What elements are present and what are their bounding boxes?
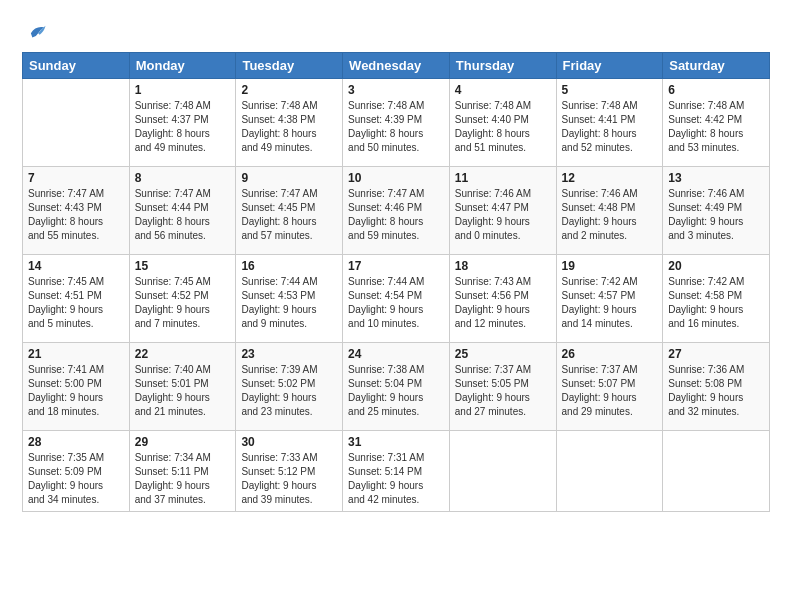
day-info: Sunrise: 7:46 AMSunset: 4:49 PMDaylight:… [668,187,764,243]
day-info: Sunrise: 7:43 AMSunset: 4:56 PMDaylight:… [455,275,551,331]
page: SundayMondayTuesdayWednesdayThursdayFrid… [0,0,792,612]
calendar-cell: 28Sunrise: 7:35 AMSunset: 5:09 PMDayligh… [23,431,130,512]
day-number: 18 [455,259,551,273]
day-number: 10 [348,171,444,185]
calendar-cell: 22Sunrise: 7:40 AMSunset: 5:01 PMDayligh… [129,343,236,431]
week-row-1: 1Sunrise: 7:48 AMSunset: 4:37 PMDaylight… [23,79,770,167]
calendar-cell: 17Sunrise: 7:44 AMSunset: 4:54 PMDayligh… [343,255,450,343]
calendar-cell: 6Sunrise: 7:48 AMSunset: 4:42 PMDaylight… [663,79,770,167]
day-info: Sunrise: 7:46 AMSunset: 4:47 PMDaylight:… [455,187,551,243]
day-number: 3 [348,83,444,97]
day-number: 8 [135,171,231,185]
weekday-header-thursday: Thursday [449,53,556,79]
calendar-cell: 30Sunrise: 7:33 AMSunset: 5:12 PMDayligh… [236,431,343,512]
calendar-cell: 25Sunrise: 7:37 AMSunset: 5:05 PMDayligh… [449,343,556,431]
day-info: Sunrise: 7:40 AMSunset: 5:01 PMDaylight:… [135,363,231,419]
calendar-cell: 10Sunrise: 7:47 AMSunset: 4:46 PMDayligh… [343,167,450,255]
calendar-cell: 18Sunrise: 7:43 AMSunset: 4:56 PMDayligh… [449,255,556,343]
day-info: Sunrise: 7:44 AMSunset: 4:53 PMDaylight:… [241,275,337,331]
header [22,18,770,42]
day-info: Sunrise: 7:37 AMSunset: 5:07 PMDaylight:… [562,363,658,419]
day-number: 9 [241,171,337,185]
day-number: 14 [28,259,124,273]
weekday-header-monday: Monday [129,53,236,79]
calendar-cell: 15Sunrise: 7:45 AMSunset: 4:52 PMDayligh… [129,255,236,343]
calendar-cell: 3Sunrise: 7:48 AMSunset: 4:39 PMDaylight… [343,79,450,167]
day-info: Sunrise: 7:48 AMSunset: 4:37 PMDaylight:… [135,99,231,155]
day-number: 20 [668,259,764,273]
day-number: 2 [241,83,337,97]
week-row-2: 7Sunrise: 7:47 AMSunset: 4:43 PMDaylight… [23,167,770,255]
day-number: 13 [668,171,764,185]
day-number: 16 [241,259,337,273]
weekday-header-friday: Friday [556,53,663,79]
weekday-header-tuesday: Tuesday [236,53,343,79]
day-info: Sunrise: 7:47 AMSunset: 4:44 PMDaylight:… [135,187,231,243]
day-info: Sunrise: 7:45 AMSunset: 4:51 PMDaylight:… [28,275,124,331]
day-number: 28 [28,435,124,449]
calendar-cell: 29Sunrise: 7:34 AMSunset: 5:11 PMDayligh… [129,431,236,512]
day-info: Sunrise: 7:42 AMSunset: 4:58 PMDaylight:… [668,275,764,331]
calendar-cell: 8Sunrise: 7:47 AMSunset: 4:44 PMDaylight… [129,167,236,255]
calendar-cell: 5Sunrise: 7:48 AMSunset: 4:41 PMDaylight… [556,79,663,167]
day-number: 4 [455,83,551,97]
logo [22,22,47,42]
calendar-cell: 27Sunrise: 7:36 AMSunset: 5:08 PMDayligh… [663,343,770,431]
day-number: 11 [455,171,551,185]
day-info: Sunrise: 7:33 AMSunset: 5:12 PMDaylight:… [241,451,337,507]
calendar-cell [23,79,130,167]
day-info: Sunrise: 7:31 AMSunset: 5:14 PMDaylight:… [348,451,444,507]
day-info: Sunrise: 7:35 AMSunset: 5:09 PMDaylight:… [28,451,124,507]
day-info: Sunrise: 7:38 AMSunset: 5:04 PMDaylight:… [348,363,444,419]
calendar-cell [663,431,770,512]
calendar-cell: 7Sunrise: 7:47 AMSunset: 4:43 PMDaylight… [23,167,130,255]
week-row-3: 14Sunrise: 7:45 AMSunset: 4:51 PMDayligh… [23,255,770,343]
day-number: 5 [562,83,658,97]
day-info: Sunrise: 7:48 AMSunset: 4:38 PMDaylight:… [241,99,337,155]
day-info: Sunrise: 7:34 AMSunset: 5:11 PMDaylight:… [135,451,231,507]
day-number: 21 [28,347,124,361]
day-number: 25 [455,347,551,361]
day-number: 26 [562,347,658,361]
day-info: Sunrise: 7:39 AMSunset: 5:02 PMDaylight:… [241,363,337,419]
day-number: 15 [135,259,231,273]
calendar-cell: 9Sunrise: 7:47 AMSunset: 4:45 PMDaylight… [236,167,343,255]
day-info: Sunrise: 7:41 AMSunset: 5:00 PMDaylight:… [28,363,124,419]
day-info: Sunrise: 7:45 AMSunset: 4:52 PMDaylight:… [135,275,231,331]
day-info: Sunrise: 7:42 AMSunset: 4:57 PMDaylight:… [562,275,658,331]
day-info: Sunrise: 7:44 AMSunset: 4:54 PMDaylight:… [348,275,444,331]
calendar-cell: 14Sunrise: 7:45 AMSunset: 4:51 PMDayligh… [23,255,130,343]
weekday-header-sunday: Sunday [23,53,130,79]
calendar-cell: 12Sunrise: 7:46 AMSunset: 4:48 PMDayligh… [556,167,663,255]
logo-bird-icon [25,20,47,42]
day-info: Sunrise: 7:47 AMSunset: 4:43 PMDaylight:… [28,187,124,243]
calendar-table: SundayMondayTuesdayWednesdayThursdayFrid… [22,52,770,512]
calendar-cell [449,431,556,512]
week-row-5: 28Sunrise: 7:35 AMSunset: 5:09 PMDayligh… [23,431,770,512]
calendar-cell: 23Sunrise: 7:39 AMSunset: 5:02 PMDayligh… [236,343,343,431]
day-number: 31 [348,435,444,449]
week-row-4: 21Sunrise: 7:41 AMSunset: 5:00 PMDayligh… [23,343,770,431]
day-info: Sunrise: 7:47 AMSunset: 4:46 PMDaylight:… [348,187,444,243]
day-number: 12 [562,171,658,185]
day-number: 29 [135,435,231,449]
day-number: 22 [135,347,231,361]
day-number: 1 [135,83,231,97]
calendar-cell: 11Sunrise: 7:46 AMSunset: 4:47 PMDayligh… [449,167,556,255]
calendar-cell: 19Sunrise: 7:42 AMSunset: 4:57 PMDayligh… [556,255,663,343]
day-info: Sunrise: 7:48 AMSunset: 4:42 PMDaylight:… [668,99,764,155]
day-number: 30 [241,435,337,449]
weekday-header-saturday: Saturday [663,53,770,79]
calendar-cell: 4Sunrise: 7:48 AMSunset: 4:40 PMDaylight… [449,79,556,167]
calendar-cell: 16Sunrise: 7:44 AMSunset: 4:53 PMDayligh… [236,255,343,343]
day-number: 24 [348,347,444,361]
calendar-cell: 24Sunrise: 7:38 AMSunset: 5:04 PMDayligh… [343,343,450,431]
calendar-cell: 20Sunrise: 7:42 AMSunset: 4:58 PMDayligh… [663,255,770,343]
day-info: Sunrise: 7:36 AMSunset: 5:08 PMDaylight:… [668,363,764,419]
weekday-header-wednesday: Wednesday [343,53,450,79]
day-info: Sunrise: 7:37 AMSunset: 5:05 PMDaylight:… [455,363,551,419]
day-number: 7 [28,171,124,185]
calendar-cell: 26Sunrise: 7:37 AMSunset: 5:07 PMDayligh… [556,343,663,431]
day-number: 6 [668,83,764,97]
weekday-header-row: SundayMondayTuesdayWednesdayThursdayFrid… [23,53,770,79]
